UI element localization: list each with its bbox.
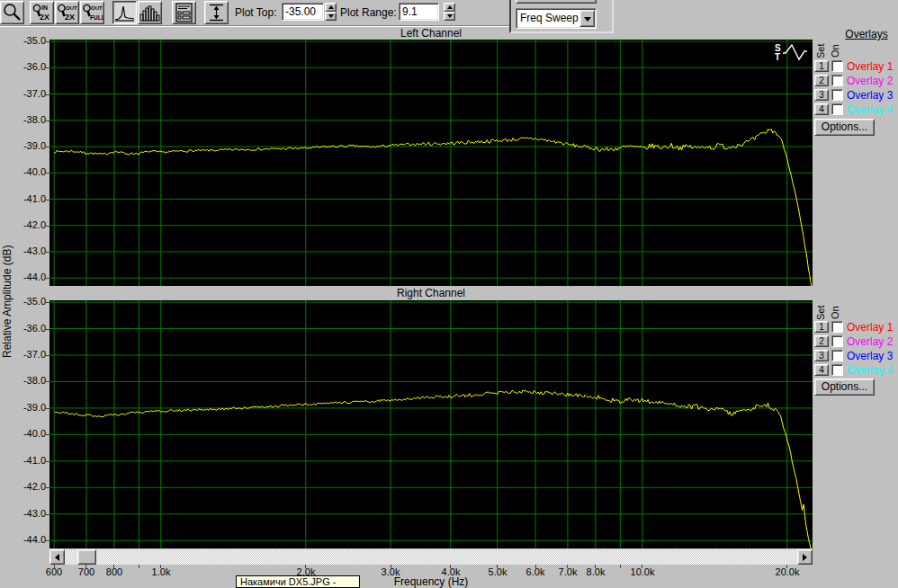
y-tick-mark	[45, 355, 49, 356]
y-tick-mark	[45, 278, 49, 279]
y-tick-mark	[45, 41, 49, 42]
plot-top-spin-down-button[interactable]	[325, 12, 337, 21]
arrow-right-icon	[803, 554, 807, 561]
overlay-set-button-1[interactable]: 1	[814, 60, 829, 72]
y-tick-label: -36.0	[13, 323, 46, 334]
overlay-set-button-2[interactable]: 2	[814, 75, 829, 86]
overlay-on-checkbox-3[interactable]	[831, 89, 843, 101]
y-tick-label: -39.0	[13, 402, 46, 413]
options-button-label: Options...	[822, 120, 867, 133]
bar-spectrum-mode-button[interactable]	[138, 1, 162, 24]
zoom-out-2x-button[interactable]: OUT 2X	[55, 1, 79, 24]
display-options-button[interactable]	[172, 1, 196, 24]
spin-up-icon	[447, 5, 453, 9]
zoom-in-2x-button[interactable]: IN 2X	[30, 1, 54, 24]
vertical-range-icon	[205, 2, 228, 23]
overlays-options-button[interactable]: Options...	[814, 379, 875, 396]
y-tick-label: -38.0	[13, 375, 46, 386]
right-channel-title: Right Channel	[49, 287, 813, 299]
chevron-down-icon	[584, 17, 591, 22]
y-tick-label: -36.0	[13, 61, 46, 72]
background-window-title[interactable]: Накамичи DX5.JPG - Paint	[236, 575, 360, 588]
x-tick-label: 8.0k	[576, 566, 615, 577]
y-tick-label: -35.0	[13, 35, 46, 46]
plot-range-input[interactable]	[399, 3, 439, 21]
svg-text:OUT: OUT	[91, 5, 103, 11]
zoom-tool-button[interactable]	[0, 1, 24, 24]
y-tick-label: -38.0	[13, 114, 46, 125]
scroll-right-button[interactable]	[797, 549, 813, 565]
y-tick-label: -37.0	[13, 88, 46, 99]
bar-graph-icon	[139, 2, 161, 23]
x-tick-label: 20.0k	[768, 566, 807, 577]
spin-down-icon	[328, 14, 334, 18]
plot-range-spin-down-button[interactable]	[444, 12, 455, 21]
overlay-set-button-4[interactable]: 4	[814, 364, 829, 376]
plot-top-input[interactable]	[282, 3, 324, 21]
y-tick-mark	[45, 329, 49, 330]
scrollbar-thumb[interactable]	[77, 549, 96, 565]
overlay-label: Overlay 4	[847, 364, 893, 377]
overlay-label: Overlay 4	[847, 103, 893, 116]
svg-text:2X: 2X	[65, 13, 75, 22]
y-tick-label: -44.0	[13, 272, 46, 282]
y-tick-label: -37.0	[13, 349, 46, 360]
scroll-left-button[interactable]	[49, 549, 65, 565]
y-tick-label: -44.0	[13, 534, 46, 545]
y-tick-label: -41.0	[13, 455, 46, 466]
overlay-set-button-1[interactable]: 1	[814, 321, 829, 333]
y-tick-label: -39.0	[13, 140, 46, 151]
y-tick-label: -42.0	[13, 219, 46, 230]
arrow-left-icon	[55, 554, 59, 561]
plot-range-spin-up-button[interactable]	[444, 3, 455, 12]
svg-text:IN: IN	[41, 4, 48, 11]
overlay-on-checkbox-4[interactable]	[831, 364, 843, 376]
y-tick-label: -43.0	[13, 508, 46, 519]
zoom-in-icon: IN 2X	[31, 2, 53, 23]
left-channel-title: Left Channel	[49, 27, 813, 40]
overlay-on-checkbox-2[interactable]	[831, 75, 843, 86]
y-tick-mark	[45, 200, 49, 200]
y-tick-mark	[45, 226, 49, 227]
x-tick-label: 3.0k	[371, 566, 410, 577]
overlays-options-button[interactable]: Options...	[814, 119, 875, 136]
plot-left-channel[interactable]: ST	[49, 40, 813, 286]
overlay-on-checkbox-1[interactable]	[831, 321, 843, 333]
overlays-on-column-label: On	[830, 44, 840, 58]
y-tick-label: -35.0	[13, 296, 46, 307]
overlay-set-button-3[interactable]: 3	[814, 89, 829, 101]
y-tick-label: -42.0	[13, 481, 46, 492]
overlay-set-button-3[interactable]: 3	[814, 350, 829, 361]
frequency-scrollbar[interactable]	[49, 549, 813, 565]
zoom-out-full-button[interactable]: OUT FULL	[80, 1, 104, 24]
x-tick-label: 800	[94, 566, 134, 577]
y-tick-label: -40.0	[13, 428, 46, 439]
y-tick-mark	[45, 408, 49, 409]
y-tick-label: -40.0	[13, 166, 46, 177]
y-axis-title: Relative Amplitude (dB)	[1, 245, 13, 358]
overlay-set-button-4[interactable]: 4	[814, 103, 829, 115]
overlay-set-button-2[interactable]: 2	[814, 335, 829, 347]
overlay-on-checkbox-4[interactable]	[831, 103, 843, 115]
overlay-on-checkbox-2[interactable]	[831, 335, 843, 347]
overlay-on-checkbox-1[interactable]	[831, 60, 843, 72]
x-tick-label: 1.0k	[141, 566, 181, 577]
svg-text:2X: 2X	[40, 13, 49, 22]
peak-curve-mode-button[interactable]	[112, 1, 137, 24]
toolbar-control-partial[interactable]	[516, 0, 597, 4]
plot-right-channel[interactable]	[49, 300, 813, 548]
combo-dropdown-button[interactable]	[579, 10, 595, 27]
svg-text:OUT: OUT	[66, 5, 77, 11]
y-tick-mark	[45, 514, 49, 515]
x-axis-title: Frequency (Hz)	[49, 575, 813, 588]
plot-range-label: Plot Range:	[340, 6, 397, 19]
signal-mode-select[interactable]: Freq Sweep	[516, 8, 597, 29]
vertical-range-button[interactable]	[204, 1, 229, 24]
plot-top-label: Plot Top:	[235, 6, 276, 19]
overlays-title: Overlays	[835, 28, 898, 40]
y-tick-mark	[45, 487, 49, 488]
y-tick-mark	[45, 67, 49, 68]
plot-top-spin-up-button[interactable]	[325, 3, 337, 12]
overlay-on-checkbox-3[interactable]	[831, 350, 843, 361]
background-window-title-text: Накамичи DX5.JPG - Paint	[240, 576, 336, 588]
